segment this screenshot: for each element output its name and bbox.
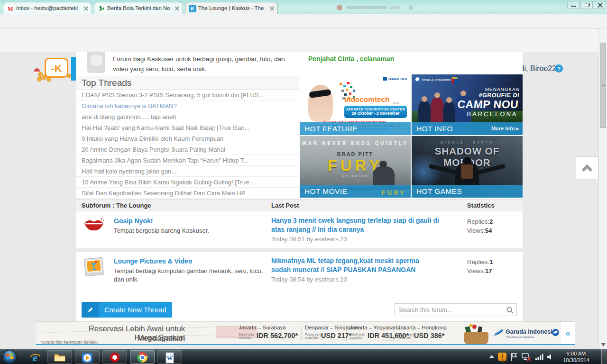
hot-movie-label: HOT MOVIE (304, 185, 347, 198)
taskbar-explorer-button[interactable] (47, 350, 72, 364)
window-maximize-button[interactable] (580, 1, 593, 9)
subforum-title-link[interactable]: Gosip Nyok! (114, 217, 153, 225)
column-last-post: Last Post (271, 200, 299, 211)
indocomtech-logo: indocomtech (344, 95, 390, 103)
user-greeting[interactable]: Hi, Biroe22 (519, 57, 556, 81)
help-icon[interactable]: ? (555, 64, 563, 73)
top-threads-title: Top Threads (76, 76, 299, 90)
last-post-link[interactable]: Hanya 3 menit cwek langsung terlelap sia… (271, 216, 450, 234)
forum-icon-partial (87, 52, 105, 73)
promo-hot-games[interactable]: MIDDLE - EARTH SHADOW OF MORDOR HOT GAME… (412, 136, 523, 198)
taskbar-internet-explorer-icon[interactable]: e (25, 350, 46, 364)
subforum-header-row: Subforum : The Lounge Last Post Statisti… (76, 199, 523, 211)
forum-page-content: Forum bagi Kaskuser untuk berbagi gosip,… (76, 52, 523, 345)
windows-taskbar: e W 9:00 AM 10/ (0, 349, 607, 364)
soldier-silhouette (373, 166, 395, 187)
garuda-ad-banner[interactable]: Reservasi Lebih Awal untuk Mendapatkan H… (36, 321, 575, 345)
garuda-logo: Garuda Indonesia The Airline of Indonesi… (493, 322, 561, 345)
promo-hot-movie[interactable]: WAR NEVER ENDS QUIETLY BRAD PITT FURY NO… (300, 136, 411, 198)
window-close-button[interactable] (594, 1, 606, 9)
thread-stats: Replies:1 Views:17 (467, 257, 493, 275)
svg-text:M: M (8, 6, 13, 12)
action-center-flag-icon[interactable] (510, 353, 518, 364)
lips-icon (83, 216, 105, 237)
network-error-icon[interactable] (522, 353, 531, 363)
last-post-meta: Today 08:54 by esafears.23 (271, 276, 421, 283)
tab-kaskus-active[interactable]: K The Lounge | Kaskus - The (185, 2, 278, 14)
screen: M Inbox - hestu@pacbioteki Berita Bola T… (0, 0, 607, 364)
chevron-up-icon (582, 164, 593, 175)
subforum-description: Tempat berbagi kumpulan gambar menarik, … (114, 267, 266, 284)
svg-text:-K: -K (51, 63, 62, 74)
garuda-bird-icon (493, 328, 504, 336)
promo-grid: BANK BRI indocomtech 2014 JAKARTA CONVEN… (300, 74, 523, 198)
more-info-link[interactable]: More Info ▸ (491, 122, 519, 135)
svg-text:e: e (33, 352, 37, 364)
forum-search-input[interactable] (399, 305, 501, 315)
svg-text:?: ? (557, 66, 561, 72)
moderator-links[interactable]: Penjahat Cinta , celanaman (308, 55, 394, 63)
last-post-link[interactable]: Nikmatnya ML tetap tegang,kuat meski spe… (271, 256, 421, 274)
svg-text:W: W (167, 355, 173, 362)
collapse-ad-button[interactable]: « (561, 322, 575, 345)
promo-hot-info[interactable]: head & shoulders MENANGKAN #GROUFIE DI C… (412, 74, 523, 135)
taskbar-clock[interactable]: 9:00 AM 10/30/2014 (556, 350, 597, 364)
top-threads-list: EDAN! PSS Sleman 3-2 PSIS Semarang, 5 go… (76, 90, 299, 199)
close-tab-icon[interactable] (270, 6, 274, 10)
wireless-signal-icon[interactable] (535, 353, 543, 363)
thread-item[interactable]: Sifat Dan Kepribadian Seseorang Dilihat … (76, 188, 299, 199)
subforum-table: Subforum : The Lounge Last Post Statisti… (76, 199, 523, 296)
top-threads-panel: Top Threads EDAN! PSS Sleman 3-2 PSIS Se… (76, 76, 299, 199)
soccer-site-icon (98, 5, 105, 12)
thread-stats: Replies:2 Views:54 (467, 217, 493, 235)
thread-item[interactable]: 20 Anime Dengan Biaya Pengisi Suara Pali… (76, 144, 299, 155)
fare-item: Jakarta – Hongkong Pulang pergimulai dar… (398, 325, 454, 344)
taskbar-media-player-button[interactable] (75, 350, 100, 364)
head-shoulders-logo: head & shoulders (415, 77, 451, 82)
promo-hot-feature[interactable]: BANK BRI indocomtech 2014 JAKARTA CONVEN… (300, 74, 411, 135)
thread-item[interactable]: Hal-Hal 'Ajaib' yang Kamu Alami Saat Nai… (76, 122, 299, 133)
tab-bola[interactable]: Berita Bola Terkini dan No (94, 2, 183, 14)
taskbar-word-button[interactable]: W (157, 350, 182, 364)
kaskus-logo[interactable]: -K (37, 58, 73, 81)
thread-item[interactable]: Hati hati kalo nyebrang jalan gan.... (76, 166, 299, 177)
pencil-icon (82, 302, 99, 318)
create-new-thread-button[interactable]: Create New Thread (82, 302, 172, 318)
taskbar-opera-button[interactable] (102, 350, 127, 364)
thread-item[interactable]: ane di tilang gannnnn..... tapi aneh (76, 111, 299, 122)
tab-title: The Lounge | Kaskus - The (198, 2, 267, 14)
scrollbar-thumb[interactable] (600, 43, 606, 128)
thread-item[interactable]: Bagaimana Jika Agan Sudah Menikah Tapi “… (76, 155, 299, 166)
show-desktop-button[interactable] (601, 349, 607, 364)
start-button[interactable] (2, 350, 17, 364)
garuda-roundel-icon (552, 329, 559, 336)
row-separator (76, 248, 523, 252)
browser-toolbar: www.kaskus.co.id/forum/21/the-lounge/3 (0, 14, 607, 28)
taskbar-chrome-button[interactable] (130, 350, 155, 364)
close-tab-icon[interactable] (84, 6, 88, 10)
thread-item[interactable]: 10 Anime Yang Bisa Bikin Kamu Ngakak Gul… (76, 177, 299, 188)
gmail-icon: M (7, 5, 14, 12)
subforum-title-link[interactable]: Lounge Pictures & Video (114, 257, 192, 265)
tray-alert-icon[interactable] (498, 353, 506, 361)
close-tab-icon[interactable] (175, 6, 179, 10)
browser-scrollbar[interactable] (598, 28, 607, 349)
thread-item[interactable]: Gimana nih kabarnya si BATMAN? (76, 100, 299, 111)
thread-item[interactable]: EDAN! PSS Sleman 3-2 PSIS Semarang, 5 go… (76, 90, 299, 100)
column-statistics: Statistics (467, 200, 495, 211)
clock-time: 9:00 AM (556, 350, 597, 357)
fare-item: Jakarta – Surabaya Sekali jalanmulai dar… (239, 325, 299, 344)
window-minimize-button[interactable] (567, 1, 579, 9)
tab-gmail[interactable]: M Inbox - hestu@pacbioteki (3, 2, 92, 14)
tray-show-hidden-icon[interactable] (489, 355, 494, 358)
hot-games-label: HOT GAMES (416, 185, 462, 198)
scrollbar-down-arrow[interactable] (601, 343, 606, 346)
forum-description: Forum bagi Kaskuser untuk berbagi gosip,… (113, 54, 295, 74)
scroll-to-top-button[interactable] (576, 156, 598, 179)
volume-icon[interactable] (546, 353, 554, 363)
forum-search-box (395, 303, 517, 316)
thread-item[interactable]: 9 Intuisi yang Hanya Dimiliki oleh Kaum … (76, 133, 299, 144)
svg-text:K: K (191, 6, 194, 11)
search-icon[interactable] (506, 306, 514, 316)
bank-bri-logo: BANK BRI (383, 77, 407, 81)
